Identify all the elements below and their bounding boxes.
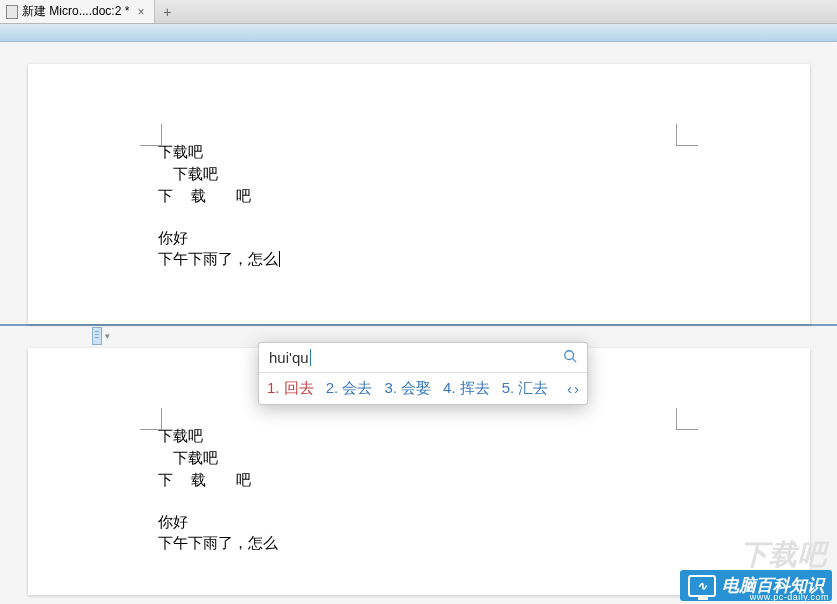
- margin-marker-tl: [140, 408, 162, 430]
- watermark-shadow: 下载吧: [740, 536, 827, 574]
- search-icon[interactable]: [563, 349, 577, 366]
- monitor-icon: ∿: [688, 575, 716, 597]
- new-tab-button[interactable]: +: [155, 4, 179, 20]
- tab-title: 新建 Micro....doc:2 *: [22, 3, 129, 20]
- blank-line: [158, 491, 680, 511]
- text-line: 你好: [158, 228, 680, 250]
- page-content[interactable]: 下载吧 下载吧 下 载 吧 你好 下午下雨了，怎么: [158, 426, 680, 555]
- page-content[interactable]: 下载吧 下载吧 下 载 吧 你好 下午下雨了，怎么: [158, 142, 680, 271]
- text-line: 下载吧: [158, 426, 680, 448]
- text-line: 下午下雨了，怎么: [158, 249, 680, 271]
- ime-candidates: 1. 回去 2. 会去 3. 会娶 4. 挥去 5. 汇去 ‹ ›: [259, 373, 587, 404]
- ime-prev-button[interactable]: ‹: [567, 380, 572, 397]
- ime-candidate[interactable]: 1. 回去: [267, 379, 314, 398]
- page-break: [0, 324, 837, 326]
- ime-window: hui'qu 1. 回去 2. 会去 3. 会娶 4. 挥去 5. 汇去 ‹ ›: [258, 342, 588, 405]
- ribbon-strip: [0, 24, 837, 42]
- pages-container: ▾ 下载吧 下载吧 下 载 吧 你好 下午下雨了，怎么 下载吧 下载吧 下 载 …: [0, 42, 837, 604]
- document-page[interactable]: ▾ 下载吧 下载吧 下 载 吧 你好 下午下雨了，怎么: [28, 64, 810, 324]
- ime-input-row: hui'qu: [259, 343, 587, 373]
- blank-line: [158, 207, 680, 227]
- chevron-down-icon: ▾: [105, 331, 110, 341]
- watermark-url: www.pc-daily.com: [750, 592, 829, 602]
- text-line: 下 载 吧: [158, 470, 680, 492]
- tab-close-button[interactable]: ×: [133, 5, 148, 19]
- text-line: 下载吧: [158, 164, 680, 186]
- text-line: 下载吧: [158, 448, 680, 470]
- margin-marker-tr: [676, 408, 698, 430]
- ime-candidate[interactable]: 2. 会去: [326, 379, 373, 398]
- text-cursor: [278, 251, 280, 267]
- ime-candidate[interactable]: 3. 会娶: [384, 379, 431, 398]
- page-options-button[interactable]: ▾: [92, 326, 110, 346]
- ime-composition[interactable]: hui'qu: [269, 349, 311, 366]
- text-line: 你好: [158, 512, 680, 534]
- text-line: 下 载 吧: [158, 186, 680, 208]
- svg-point-0: [565, 351, 574, 360]
- ime-candidate[interactable]: 5. 汇去: [502, 379, 549, 398]
- svg-line-1: [573, 359, 577, 363]
- document-tab[interactable]: 新建 Micro....doc:2 * ×: [0, 0, 155, 23]
- margin-marker-tr: [676, 124, 698, 146]
- text-line: 下午下雨了，怎么: [158, 533, 680, 555]
- tab-bar: 新建 Micro....doc:2 * × +: [0, 0, 837, 24]
- doc-icon: [6, 5, 18, 19]
- text-line: 下载吧: [158, 142, 680, 164]
- ime-candidate[interactable]: 4. 挥去: [443, 379, 490, 398]
- ime-pagination: ‹ ›: [567, 380, 579, 397]
- ime-next-button[interactable]: ›: [574, 380, 579, 397]
- margin-marker-tl: [140, 124, 162, 146]
- page-icon: [92, 327, 102, 345]
